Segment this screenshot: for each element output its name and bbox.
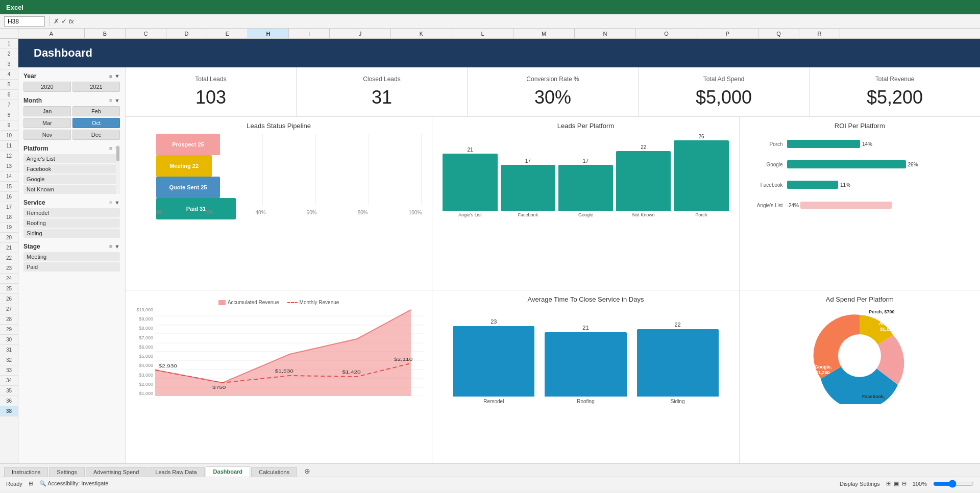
time-to-close-title: Average Time To Close Service in Days	[437, 295, 733, 303]
tab-settings[interactable]: Settings	[49, 467, 85, 477]
stage-meeting[interactable]: Meeting	[23, 252, 120, 261]
leads-per-platform-chart: 21 Angie's List 17 Facebook	[437, 134, 733, 215]
ttc-siding: 22 Siding	[637, 322, 719, 404]
tab-calculations[interactable]: Calculations	[251, 467, 297, 477]
leads-per-platform-title: Leads Per Platform	[437, 122, 733, 130]
roi-row-google: Google 26%	[750, 160, 970, 169]
display-settings[interactable]: Display Settings	[840, 481, 880, 487]
platform-sort-icon[interactable]: ≡	[109, 145, 112, 152]
svg-text:Google,: Google,	[815, 364, 832, 369]
stage-list: Meeting Paid	[23, 252, 120, 272]
service-siding[interactable]: Siding	[23, 229, 120, 238]
stage-paid[interactable]: Paid	[23, 262, 120, 272]
platform-angies-list[interactable]: Angie's List	[23, 154, 120, 163]
pipeline-axis-80: 80%	[358, 210, 368, 215]
kpi-total-revenue: Total Revenue $5,200	[810, 67, 980, 116]
page-break-icon[interactable]: ⊟	[902, 480, 906, 487]
col-M[interactable]: M	[513, 29, 575, 38]
bar-google: 17 Google	[558, 158, 613, 217]
year-filter-clear-icon[interactable]: ▼	[114, 73, 120, 79]
svg-text:$1,150: $1,150	[880, 327, 894, 332]
col-R[interactable]: R	[799, 29, 840, 38]
pipeline-bar-paid: Paid 31	[156, 198, 236, 219]
col-H-active[interactable]: H	[248, 29, 289, 38]
platform-not-known[interactable]: Not Known	[23, 185, 120, 194]
col-P[interactable]: P	[697, 29, 758, 38]
leads-per-platform-box: Leads Per Platform 21 Angie's List	[432, 117, 739, 290]
kpi-total-leads-label: Total Leads	[136, 76, 286, 83]
add-sheet-button[interactable]: ⊕	[300, 465, 314, 477]
pipeline-chart-box: Leads Status Pipeline	[126, 117, 432, 290]
zoom-slider[interactable]	[933, 480, 974, 488]
kpi-conversion-rate-label: Conversion Rate %	[478, 76, 628, 83]
tab-leads-raw-data[interactable]: Leads Raw Data	[148, 467, 204, 477]
ttc-roofing: 21 Roofing	[545, 325, 626, 404]
month-filter-label: Month	[23, 97, 42, 104]
col-I[interactable]: I	[289, 29, 330, 38]
svg-text:Facebook,: Facebook,	[862, 394, 885, 399]
kpi-closed-leads: Closed Leads 31	[297, 67, 468, 116]
col-N[interactable]: N	[575, 29, 636, 38]
month-nov[interactable]: Nov	[23, 130, 71, 140]
col-B[interactable]: B	[85, 29, 126, 38]
dashboard-area: Dashboard Year ≡ ▼	[18, 39, 980, 463]
month-jan[interactable]: Jan	[23, 106, 71, 116]
month-clear-icon[interactable]: ▼	[114, 97, 120, 104]
year-2020-btn[interactable]: 2020	[23, 82, 71, 92]
col-K[interactable]: K	[391, 29, 452, 38]
pipeline-chart: Prospect 25 Meeting 22 Quote Sent 25	[131, 134, 427, 215]
ad-spend-donut-wrap: Angie's List, $1,150 Porch, $700 Google,…	[745, 307, 975, 404]
month-feb[interactable]: Feb	[72, 106, 120, 116]
col-E[interactable]: E	[207, 29, 248, 38]
platform-facebook[interactable]: Facebook	[23, 164, 120, 174]
stage-clear-icon[interactable]: ▼	[114, 243, 120, 250]
dashboard-body: Year ≡ ▼ 2020 2021	[18, 67, 980, 463]
formula-input[interactable]	[78, 18, 976, 25]
svg-text:$1,250: $1,250	[816, 370, 830, 375]
svg-text:$1,420: $1,420	[342, 369, 360, 374]
year-filter: Year ≡ ▼ 2020 2021	[23, 72, 120, 92]
pipeline-axis-100: 100%	[409, 210, 422, 215]
service-sort-icon[interactable]: ≡	[109, 200, 112, 206]
formula-bar: H38 ✗ ✓ fx	[0, 14, 980, 29]
year-filter-sort-icon[interactable]: ≡	[109, 73, 112, 79]
month-sort-icon[interactable]: ≡	[109, 97, 112, 104]
name-box[interactable]: H38	[4, 16, 45, 27]
month-oct[interactable]: Oct	[72, 118, 120, 128]
col-C[interactable]: C	[126, 29, 166, 38]
year-2021-btn[interactable]: 2021	[72, 82, 120, 92]
normal-view-icon[interactable]: ⊞	[886, 480, 891, 487]
revenue-legend: Accumulated Revenue Monthly Revenue	[131, 300, 427, 305]
tab-dashboard[interactable]: Dashboard	[206, 466, 250, 477]
month-dec[interactable]: Dec	[72, 130, 120, 140]
svg-text:Porch, $700: Porch, $700	[869, 309, 895, 314]
page-layout-icon[interactable]: ▣	[894, 480, 899, 487]
year-filter-label: Year	[23, 72, 36, 80]
col-O[interactable]: O	[636, 29, 697, 38]
platform-list: Angie's List Facebook Google Not Known	[23, 154, 120, 194]
platform-google[interactable]: Google	[23, 175, 120, 184]
column-headers: A B C D E H I J K L M N O P Q R	[0, 29, 980, 39]
col-D[interactable]: D	[166, 29, 207, 38]
row-numbers: 123 456 789 101112 131415 161718 192021 …	[0, 39, 18, 463]
service-filter-label: Service	[23, 199, 45, 206]
stage-sort-icon[interactable]: ≡	[109, 243, 112, 250]
kpi-ad-spend-value: $5,000	[649, 87, 799, 108]
tab-advertising-spend[interactable]: Advertising Spend	[86, 467, 146, 477]
col-A[interactable]: A	[18, 29, 85, 38]
legend-monthly: Monthly Revenue	[287, 300, 339, 305]
accessibility-text[interactable]: 🔍 Accessibility: Investigate	[39, 480, 109, 487]
service-clear-icon[interactable]: ▼	[114, 200, 120, 206]
col-L[interactable]: L	[452, 29, 513, 38]
pipeline-axis-40: 40%	[256, 210, 266, 215]
month-mar[interactable]: Mar	[23, 118, 71, 128]
kpi-ad-spend: Total Ad Spend $5,000	[639, 67, 810, 116]
service-remodel[interactable]: Remodel	[23, 208, 120, 217]
tab-instructions[interactable]: Instructions	[4, 467, 48, 477]
revenue-chart-svg-wrap: $10,000$9,000$8,000$7,000 $6,000$5,000$4…	[131, 307, 427, 404]
service-roofing[interactable]: Roofing	[23, 218, 120, 228]
time-to-close-chart: 23 Remodel 21 Roofing	[437, 307, 733, 404]
col-J[interactable]: J	[330, 29, 391, 38]
col-Q[interactable]: Q	[758, 29, 799, 38]
svg-text:$2,930: $2,930	[159, 363, 177, 368]
